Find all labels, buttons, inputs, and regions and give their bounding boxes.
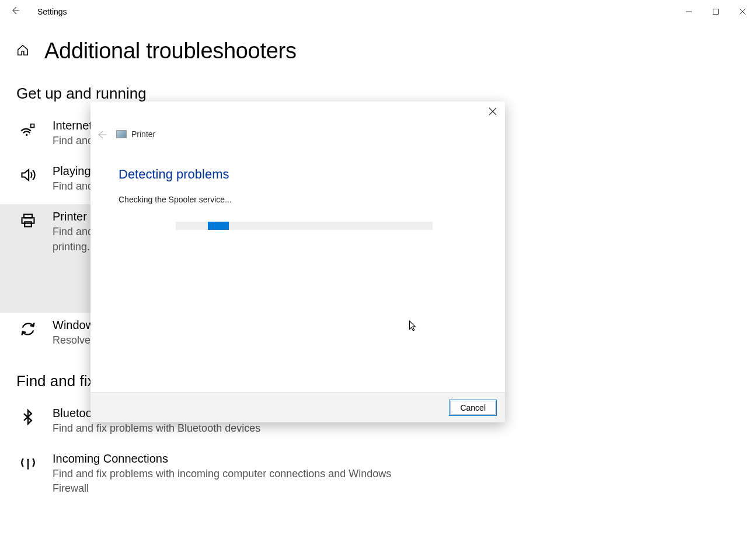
bluetooth-icon [16,407,40,436]
dialog-footer: Cancel [90,392,505,422]
title-bar: Settings [0,0,756,23]
app-title: Settings [37,7,67,16]
printer-icon [16,210,40,254]
close-button[interactable] [729,2,756,21]
dialog-close-button[interactable] [489,107,497,118]
cancel-button[interactable]: Cancel [449,400,497,416]
dialog-back-icon [97,131,107,141]
breadcrumb-text: Printer [131,130,155,139]
broadcast-icon [16,452,40,496]
page-header: Additional troubleshooters [0,23,756,80]
item-desc: Find and fix problems with Bluetooth dev… [53,421,260,436]
svg-rect-1 [713,9,719,15]
dialog-status: Checking the Spooler service... [119,195,232,204]
wifi-icon [16,119,40,148]
minimize-button[interactable] [675,2,702,21]
item-desc: Find and fix problems with incoming comp… [53,467,392,496]
sync-icon [16,318,40,348]
page-title: Additional troubleshooters [44,38,297,64]
window-controls [675,2,756,21]
printer-small-icon [116,130,127,138]
progress-indicator [208,222,229,230]
svg-rect-8 [25,222,32,227]
home-icon[interactable] [16,44,29,59]
troubleshooter-dialog: Printer Detecting problems Checking the … [90,102,505,422]
dialog-title: Detecting problems [119,167,229,182]
speaker-icon [16,164,40,194]
svg-rect-5 [31,124,34,128]
item-title: Incoming Connections [53,452,392,466]
progress-bar [176,222,433,230]
svg-point-10 [27,459,29,461]
list-item-incoming-connections[interactable]: Incoming Connections Find and fix proble… [0,446,409,506]
svg-point-4 [26,134,28,136]
maximize-button[interactable] [702,2,729,21]
dialog-breadcrumb: Printer [116,130,155,139]
back-icon[interactable] [11,6,20,18]
